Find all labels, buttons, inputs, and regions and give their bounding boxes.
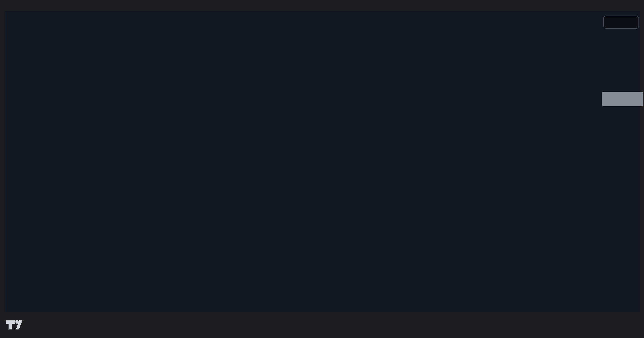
last-price-tag[interactable]: [602, 92, 643, 106]
tradingview-logo[interactable]: [6, 317, 27, 331]
chart-plot[interactable]: [0, 0, 644, 338]
tradingview-logo-icon: [6, 318, 23, 330]
quote-currency-badge[interactable]: [603, 16, 639, 29]
